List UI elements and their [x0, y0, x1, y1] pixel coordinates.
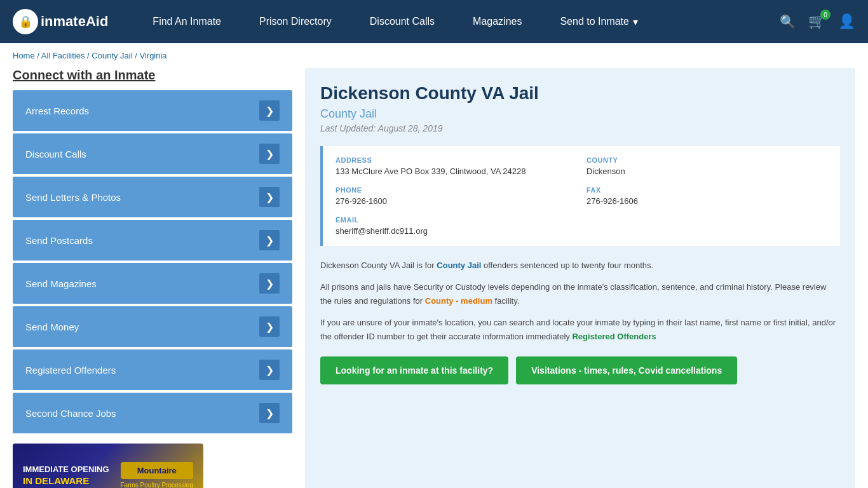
sidebar-item-send-money[interactable]: Send Money ❯: [13, 306, 292, 347]
facility-description: Dickenson County VA Jail is for County J…: [320, 259, 840, 344]
nav-send-to-inmate[interactable]: Send to Inmate ▾: [541, 0, 657, 43]
sidebar-label-discount-calls: Discount Calls: [25, 149, 86, 159]
site-header: 🔒 inmateAid Find An Inmate Prison Direct…: [0, 0, 868, 43]
phone-value: 276-926-1600: [336, 196, 576, 206]
sidebar-label-send-letters: Send Letters & Photos: [25, 192, 121, 203]
facility-content: Dickenson County VA Jail County Jail Las…: [305, 68, 855, 488]
cart-badge: 0: [820, 10, 831, 20]
logo-icon: 🔒: [13, 9, 38, 34]
sidebar: Connect with an Inmate Arrest Records ❯ …: [13, 68, 292, 488]
facility-title: Dickenson County VA Jail: [320, 83, 840, 104]
fax-value: 276-926-1606: [587, 196, 827, 206]
action-buttons: Looking for an inmate at this facility? …: [320, 356, 840, 384]
arrow-icon-discount: ❯: [259, 144, 280, 164]
connect-title: Connect with an Inmate: [13, 68, 292, 83]
breadcrumb: Home / All Facilities / County Jail / Vi…: [0, 43, 868, 68]
ad-text: IMMEDIATE OPENING IN DELAWARE: [23, 464, 109, 486]
county-value: Dickenson: [587, 166, 827, 176]
phone-label: PHONE: [336, 186, 576, 194]
main-content: Connect with an Inmate Arrest Records ❯ …: [0, 68, 868, 488]
desc-paragraph-2: All prisons and jails have Security or C…: [320, 280, 840, 308]
sidebar-item-send-postcards[interactable]: Send Postcards ❯: [13, 220, 292, 261]
facility-type: County Jail: [320, 107, 840, 121]
visitations-button[interactable]: Visitations - times, rules, Covid cancel…: [516, 356, 737, 384]
arrow-icon-magazines: ❯: [259, 273, 280, 294]
ad-banner[interactable]: IMMEDIATE OPENING IN DELAWARE Mountaire …: [13, 444, 203, 488]
facility-info-grid: ADDRESS 133 McClure Ave PO Box 339, Clin…: [320, 146, 840, 246]
arrow-icon-registered: ❯: [259, 360, 280, 380]
sidebar-item-send-magazines[interactable]: Send Magazines ❯: [13, 263, 292, 304]
chevron-down-icon: ▾: [633, 16, 638, 28]
ad-title-line1: IMMEDIATE OPENING: [23, 464, 109, 475]
sidebar-item-registered-offenders[interactable]: Registered Offenders ❯: [13, 349, 292, 390]
breadcrumb-virginia[interactable]: Virginia: [139, 51, 166, 60]
sidebar-item-arrest-records[interactable]: Arrest Records ❯: [13, 90, 292, 131]
county-label: COUNTY: [587, 156, 827, 164]
sidebar-label-send-magazines: Send Magazines: [25, 278, 97, 289]
user-icon[interactable]: 👤: [838, 13, 855, 30]
desc-paragraph-3: If you are unsure of your inmate's locat…: [320, 316, 840, 344]
sidebar-menu: Arrest Records ❯ Discount Calls ❯ Send L…: [13, 90, 292, 433]
sidebar-label-second-chance: Second Chance Jobs: [25, 408, 116, 419]
arrow-icon-arrest: ❯: [259, 100, 280, 121]
fax-block: FAX 276-926-1606: [587, 186, 827, 206]
arrow-icon-money: ❯: [259, 316, 280, 337]
address-block: ADDRESS 133 McClure Ave PO Box 339, Clin…: [336, 156, 576, 176]
ad-title-line2: IN DELAWARE: [23, 475, 109, 486]
facility-updated: Last Updated: August 28, 2019: [320, 123, 840, 133]
sidebar-item-send-letters[interactable]: Send Letters & Photos ❯: [13, 177, 292, 217]
email-value: sheriff@sheriff.dc911.org: [336, 226, 576, 236]
county-medium-link[interactable]: County - medium: [425, 296, 492, 306]
nav-find-inmate[interactable]: Find An Inmate: [133, 0, 240, 43]
sidebar-item-discount-calls[interactable]: Discount Calls ❯: [13, 133, 292, 174]
fax-label: FAX: [587, 186, 827, 194]
email-label: EMAIL: [336, 216, 576, 224]
nav-magazines[interactable]: Magazines: [454, 0, 541, 43]
logo[interactable]: 🔒 inmateAid: [13, 9, 108, 34]
arrow-icon-letters: ❯: [259, 187, 280, 207]
sidebar-label-registered: Registered Offenders: [25, 365, 116, 376]
breadcrumb-home[interactable]: Home: [13, 51, 35, 60]
address-value: 133 McClure Ave PO Box 339, Clintwood, V…: [336, 166, 576, 176]
sidebar-label-send-money: Send Money: [25, 322, 79, 332]
breadcrumb-county-jail[interactable]: County Jail: [92, 51, 132, 60]
sidebar-item-second-chance[interactable]: Second Chance Jobs ❯: [13, 393, 292, 433]
sidebar-label-send-postcards: Send Postcards: [25, 235, 93, 246]
address-label: ADDRESS: [336, 156, 576, 164]
looking-for-inmate-button[interactable]: Looking for an inmate at this facility?: [320, 356, 508, 384]
cart-icon[interactable]: 🛒 0: [808, 13, 825, 30]
nav-prison-directory[interactable]: Prison Directory: [240, 0, 351, 43]
arrow-icon-second-chance: ❯: [259, 403, 280, 423]
main-nav: Find An Inmate Prison Directory Discount…: [133, 0, 780, 43]
registered-offenders-link[interactable]: Registered Offenders: [572, 332, 656, 341]
search-icon[interactable]: 🔍: [780, 14, 796, 29]
phone-block: PHONE 276-926-1600: [336, 186, 576, 206]
header-right: 🔍 🛒 0 👤: [780, 13, 855, 30]
sidebar-label-arrest-records: Arrest Records: [25, 105, 89, 116]
nav-discount-calls[interactable]: Discount Calls: [351, 0, 454, 43]
desc-paragraph-1: Dickenson County VA Jail is for County J…: [320, 259, 840, 273]
email-block: EMAIL sheriff@sheriff.dc911.org: [336, 216, 576, 236]
arrow-icon-postcards: ❯: [259, 230, 280, 250]
county-jail-link[interactable]: County Jail: [437, 261, 481, 270]
county-block: COUNTY Dickenson: [587, 156, 827, 176]
ad-logo: Mountaire Farms Poultry Processing: [121, 462, 193, 488]
breadcrumb-all-facilities[interactable]: All Facilities: [41, 51, 85, 60]
logo-text: inmateAid: [41, 13, 108, 30]
